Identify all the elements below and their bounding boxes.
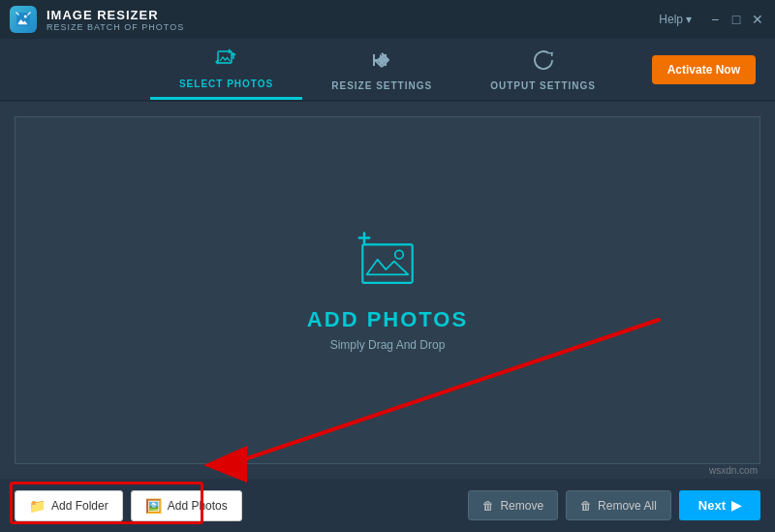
- nav-bar: SELECT PHOTOS RESIZE SETTINGS: [0, 39, 775, 102]
- add-photos-label: ADD PHOTOS: [307, 307, 468, 332]
- resize-settings-icon: [370, 48, 393, 77]
- tab-resize-settings-label: RESIZE SETTINGS: [331, 80, 432, 91]
- svg-rect-2: [373, 54, 375, 66]
- svg-rect-6: [362, 244, 412, 282]
- tab-select-photos-label: SELECT PHOTOS: [179, 78, 273, 89]
- title-text: IMAGE RESIZER RESIZE BATCH OF PHOTOS: [46, 8, 184, 32]
- add-photo-icon: 🖼️: [145, 498, 162, 514]
- maximize-button[interactable]: □: [728, 12, 744, 27]
- tab-select-photos[interactable]: SELECT PHOTOS: [150, 39, 302, 100]
- title-bar: IMAGE RESIZER RESIZE BATCH OF PHOTOS Hel…: [0, 0, 775, 39]
- remove-all-button[interactable]: 🗑 Remove All: [566, 490, 671, 520]
- app-logo: [10, 6, 37, 33]
- bottom-right-buttons: 🗑 Remove 🗑 Remove All Next ▶: [468, 490, 760, 520]
- activate-now-button[interactable]: Activate Now: [652, 55, 756, 84]
- remove-all-icon: 🗑: [580, 499, 592, 513]
- svg-point-7: [395, 250, 404, 259]
- folder-icon: 📁: [29, 498, 46, 514]
- bottom-bar: 📁 Add Folder 🖼️ Add Photos 🗑 Remove 🗑 Re…: [0, 479, 775, 532]
- nav-tabs: SELECT PHOTOS RESIZE SETTINGS: [19, 39, 756, 100]
- add-photos-icon: [354, 230, 421, 297]
- tab-output-settings[interactable]: OUTPUT SETTINGS: [461, 41, 625, 99]
- bottom-left-buttons: 📁 Add Folder 🖼️ Add Photos: [15, 490, 242, 521]
- next-button[interactable]: Next ▶: [679, 490, 760, 520]
- minimize-button[interactable]: −: [707, 12, 723, 27]
- main-content-area[interactable]: ADD PHOTOS Simply Drag And Drop: [15, 116, 760, 464]
- add-photos-button[interactable]: 🖼️ Add Photos: [131, 490, 242, 521]
- help-button[interactable]: Help ▾: [659, 13, 692, 26]
- app-title: IMAGE RESIZER: [46, 8, 184, 22]
- title-bar-controls: Help ▾ − □ ✕: [659, 12, 765, 27]
- app-subtitle: RESIZE BATCH OF PHOTOS: [46, 22, 184, 32]
- tab-output-settings-label: OUTPUT SETTINGS: [490, 80, 596, 91]
- remove-icon: 🗑: [482, 499, 494, 513]
- close-button[interactable]: ✕: [750, 12, 765, 27]
- watermark: wsxdn.com: [709, 465, 758, 476]
- add-folder-button[interactable]: 📁 Add Folder: [15, 490, 123, 521]
- svg-point-0: [24, 16, 27, 18]
- next-arrow-icon: ▶: [731, 498, 741, 513]
- add-photos-sublabel: Simply Drag And Drop: [330, 338, 446, 352]
- tab-resize-settings[interactable]: RESIZE SETTINGS: [302, 41, 461, 99]
- select-photos-icon: [215, 47, 238, 75]
- remove-button[interactable]: 🗑 Remove: [468, 490, 558, 520]
- output-settings-icon: [532, 48, 555, 77]
